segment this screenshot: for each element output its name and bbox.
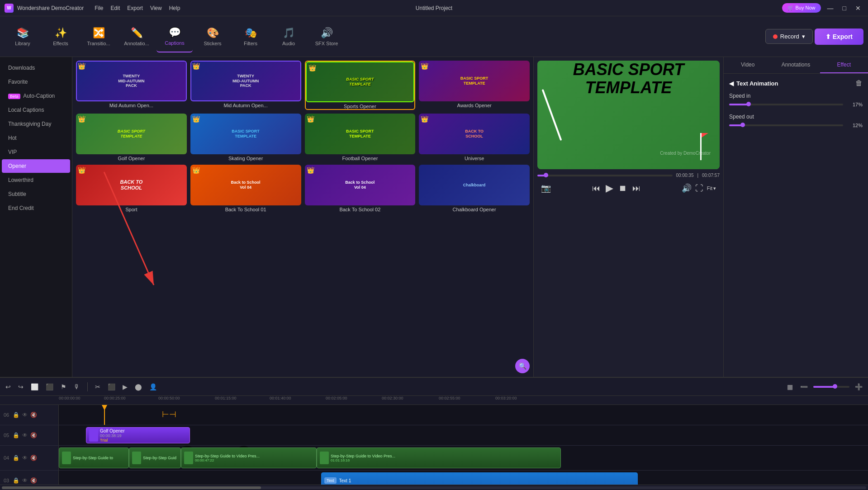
clip-video-1[interactable]: Step-by-Step Guide to — [59, 447, 129, 468]
fit-dropdown-button[interactable]: Fit ▾ — [707, 186, 716, 191]
speed-in-slider[interactable] — [729, 104, 843, 105]
tl-btn-extra[interactable]: ⬛ — [106, 381, 117, 392]
ruler-mark-1: 00:00:25:00 — [104, 396, 126, 400]
template-card-universe[interactable]: 👑 BACK TOSCHOOL Universe — [419, 114, 530, 161]
timeline-slider[interactable] — [537, 175, 673, 176]
template-card-mid-autumn-2[interactable]: 👑 TWENTYMID-AUTUMNPACK Mid Autumn Open..… — [190, 61, 301, 110]
prev-button[interactable]: ⏮ — [592, 184, 600, 193]
sidebar-item-subtitle[interactable]: Subtitle — [2, 187, 70, 201]
stop-button[interactable]: ⏹ — [619, 184, 627, 193]
template-card-back2[interactable]: 👑 Back to SchoolVol 04 Back To School 02 — [305, 165, 416, 212]
template-card-sport[interactable]: 👑 BACK TOSCHOOL Sport — [76, 165, 187, 212]
toolbar-transitions[interactable]: 🔀 Transitio... — [81, 21, 117, 52]
template-card-mid-autumn-1[interactable]: 👑 TWENTYMID-AUTUMNPACK Mid Autumn Open..… — [76, 61, 187, 110]
minimize-button[interactable]: — — [825, 5, 836, 12]
track-lock-04[interactable]: 🔒 — [13, 455, 19, 461]
tl-btn-3[interactable]: ⬜ — [29, 381, 40, 392]
zoom-slider[interactable] — [813, 386, 849, 388]
template-card-chalkboard[interactable]: Chalkboard Chalkboard Opener — [419, 165, 530, 212]
split-button[interactable]: ⬛ — [44, 381, 55, 392]
sidebar-item-lowerthird[interactable]: Lowerthird — [2, 173, 70, 187]
export-button[interactable]: ⬆ Export — [815, 29, 863, 45]
toolbar-library[interactable]: 📚 Library — [5, 21, 41, 52]
toolbar-effects[interactable]: ✨ Effects — [43, 21, 79, 52]
toolbar-stickers[interactable]: 🎨 Stickers — [194, 21, 231, 52]
clip-text-1[interactable]: Text Text 1 — [321, 472, 638, 485]
grid-view-button[interactable]: ▦ — [785, 381, 795, 392]
template-card-awards[interactable]: 👑 BASIC SPORTTEMPLATE Awards Opener — [419, 61, 530, 110]
menu-edit[interactable]: Edit — [111, 5, 120, 11]
toolbar-filters[interactable]: 🎭 Filters — [232, 21, 269, 52]
track-lock-03[interactable]: 🔒 — [13, 477, 19, 484]
sidebar-item-auto-caption[interactable]: Beta Auto-Caption — [2, 89, 70, 103]
sidebar-item-local-captions[interactable]: Local Captions — [2, 103, 70, 117]
tab-video[interactable]: Video — [724, 57, 772, 73]
record-audio-button[interactable]: 🎙 — [72, 381, 82, 392]
toolbar-sfx[interactable]: 🔊 SFX Store — [308, 21, 345, 52]
maximize-button[interactable]: □ — [840, 5, 849, 12]
play-button[interactable]: ▶ — [606, 182, 613, 194]
toolbar-annotations[interactable]: ✏️ Annotatio... — [119, 21, 155, 52]
scrollbar-track[interactable] — [2, 486, 866, 489]
track-eye-03[interactable]: 👁 — [22, 477, 28, 484]
next-frame-button[interactable]: ⏭ — [632, 184, 640, 193]
menu-view[interactable]: View — [150, 5, 162, 11]
tl-btn-user[interactable]: 👤 — [147, 381, 159, 392]
sidebar-item-favorite[interactable]: Favorite — [2, 75, 70, 89]
undo-button[interactable]: ↩ — [4, 381, 13, 392]
collapse-icon[interactable]: ◀ — [729, 80, 734, 87]
template-label-football: Football Opener — [305, 156, 416, 161]
menu-help[interactable]: Help — [169, 5, 180, 11]
track-row-05: 05 🔒 👁 🔇 Golf Opener 00:00:38:19 Trial — [0, 425, 868, 446]
tl-btn-group[interactable]: ⬤ — [133, 381, 144, 392]
search-button[interactable]: 🔍 — [515, 359, 530, 373]
sidebar-item-opener[interactable]: Opener — [2, 159, 70, 173]
template-card-skating[interactable]: 👑 BASIC SPORTTEMPLATE Skating Opener — [190, 114, 301, 161]
track-eye-06[interactable]: 👁 — [22, 412, 28, 418]
sidebar-item-thanksgiving[interactable]: Thanksgiving Day — [2, 117, 70, 131]
close-button[interactable]: ✕ — [853, 5, 863, 12]
redo-button[interactable]: ↪ — [16, 381, 25, 392]
sidebar-item-downloads[interactable]: Downloads — [2, 61, 70, 75]
fullscreen-button[interactable]: ⛶ — [695, 184, 703, 193]
zoom-in-button[interactable]: ➕ — [853, 381, 864, 392]
track-lock-05[interactable]: 🔒 — [13, 432, 19, 438]
template-card-back1[interactable]: 👑 Back to SchoolVol 04 Back To School 01 — [190, 165, 301, 212]
marker-button[interactable]: ⚑ — [59, 381, 68, 392]
track-num-04: 04 — [4, 455, 10, 461]
track-mute-05[interactable]: 🔇 — [30, 432, 37, 438]
track-mute-04[interactable]: 🔇 — [30, 455, 37, 461]
zoom-out-button[interactable]: ➖ — [798, 381, 810, 392]
tl-btn-play[interactable]: ▶ — [121, 381, 129, 392]
toolbar-captions[interactable]: 💬 Captions — [157, 21, 193, 52]
track-eye-05[interactable]: 👁 — [22, 432, 28, 438]
menu-file[interactable]: File — [95, 5, 103, 11]
sidebar-item-hot[interactable]: Hot — [2, 131, 70, 145]
speed-out-slider[interactable] — [729, 124, 843, 126]
tab-annotations[interactable]: Annotations — [772, 57, 820, 73]
buy-now-button[interactable]: 🛒 Buy Now — [782, 3, 821, 13]
sidebar-item-vip[interactable]: VIP — [2, 145, 70, 159]
template-card-sports[interactable]: 👑 BASIC SPORTTEMPLATE Sports Opener — [305, 61, 416, 110]
track-mute-06[interactable]: 🔇 — [30, 412, 37, 418]
record-button[interactable]: Record ▾ — [765, 29, 813, 44]
track-mute-03[interactable]: 🔇 — [30, 477, 37, 484]
cut-button[interactable]: ✂ — [93, 381, 102, 392]
clip-golf-opener[interactable]: Golf Opener 00:00:38:19 Trial — [86, 427, 190, 443]
clip-video-4[interactable]: Step-by-Step Guide to Video Pres... 01:0… — [317, 447, 561, 468]
delete-effect-button[interactable]: 🗑 — [855, 79, 863, 87]
template-card-football[interactable]: 👑 BASIC SPORTTEMPLATE Football Opener — [305, 114, 416, 161]
sidebar-item-end-credit[interactable]: End Credit — [2, 201, 70, 215]
track-eye-04[interactable]: 👁 — [22, 455, 28, 461]
tab-effect[interactable]: Effect — [820, 57, 868, 73]
screenshot-button[interactable]: 📷 — [541, 183, 551, 193]
clip-video-3[interactable]: Step-by-Step Guide to Video Pres... 00:0… — [181, 447, 317, 468]
ruler-mark-2: 00:00:50:00 — [158, 396, 180, 400]
scrollbar-thumb — [2, 486, 261, 489]
track-lock-06[interactable]: 🔒 — [13, 412, 19, 418]
template-card-golf[interactable]: 👑 BASIC SPORTTEMPLATE Golf Opener — [76, 114, 187, 161]
menu-export[interactable]: Export — [127, 5, 143, 11]
clip-video-2[interactable]: Step-by-Step Guid — [129, 447, 181, 468]
toolbar-audio[interactable]: 🎵 Audio — [270, 21, 307, 52]
volume-button[interactable]: 🔊 — [682, 183, 692, 193]
